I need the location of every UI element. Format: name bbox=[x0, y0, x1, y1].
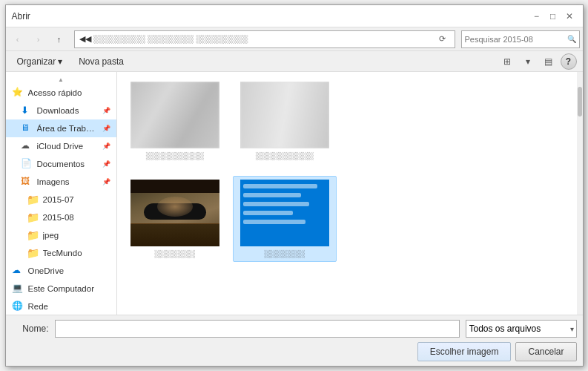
sidebar-item-documents[interactable]: 📄 Documentos 📌 bbox=[6, 155, 116, 173]
address-toolbar: ‹ › ↑ ◀◀ ░░░░░░░░░ ░░░░░░░░ ░░░░░░░░░ ⟳ … bbox=[6, 27, 583, 51]
cloud-icon: ☁ bbox=[21, 140, 33, 152]
scrollbar-vertical[interactable] bbox=[577, 72, 583, 315]
sidebar-item-desktop[interactable]: 🖥 Área de Traba... 📌 bbox=[6, 119, 116, 137]
sidebar-item-label: jpeg bbox=[43, 231, 110, 240]
sidebar-item-quick-access[interactable]: ⭐ Acesso rápido bbox=[6, 84, 116, 102]
folder-icon: 📁 bbox=[27, 211, 39, 223]
sidebar-scroll-up[interactable]: ▲ bbox=[6, 75, 116, 84]
sidebar-item-label: 2015-07 bbox=[43, 195, 110, 204]
filename-input[interactable] bbox=[55, 320, 460, 338]
file-thumbnail bbox=[240, 180, 329, 246]
photo-image bbox=[131, 180, 219, 246]
list-item[interactable]: ░░░░░░░░░░ bbox=[123, 78, 227, 164]
pane-button[interactable]: ▤ bbox=[540, 53, 558, 70]
sidebar-item-label: Documentos bbox=[37, 160, 98, 168]
search-icon: 🔍 bbox=[567, 35, 576, 43]
file-thumbnail bbox=[131, 180, 219, 246]
scrollbar-thumb[interactable] bbox=[578, 87, 582, 116]
close-button[interactable]: ✕ bbox=[562, 9, 577, 24]
main-content: ▲ ⭐ Acesso rápido ⬇ Downloads 📌 🖥 Área d… bbox=[6, 72, 583, 315]
sidebar-item-label: Área de Traba... bbox=[37, 124, 98, 133]
pin-icon: 📌 bbox=[102, 107, 110, 114]
back-button[interactable]: ‹ bbox=[9, 30, 27, 48]
pin-icon: 📌 bbox=[102, 178, 110, 186]
new-folder-button[interactable]: Nova pasta bbox=[73, 54, 129, 69]
sidebar-item-label: Este Computador bbox=[28, 284, 110, 293]
sidebar-item-label: Imagens bbox=[37, 177, 98, 186]
address-text: ◀◀ ░░░░░░░░░ ░░░░░░░░ ░░░░░░░░░ bbox=[79, 34, 435, 44]
organize-arrow: ▾ bbox=[58, 56, 62, 67]
sidebar-item-network[interactable]: 🌐 Rede bbox=[6, 298, 116, 315]
folder-icon: 📁 bbox=[27, 229, 39, 241]
sidebar-item-label: Rede bbox=[28, 302, 110, 311]
folder-icon: 📁 bbox=[27, 194, 39, 206]
organize-button[interactable]: Organizar ▾ bbox=[12, 54, 68, 69]
file-label: ░░░░░░░░░░ bbox=[127, 151, 223, 160]
filetype-select-wrapper[interactable]: Todos os arquivos Imagens (*.jpg;*.png) … bbox=[466, 320, 577, 338]
sidebar-item-computer[interactable]: 💻 Este Computador bbox=[6, 280, 116, 298]
action-bar: Organizar ▾ Nova pasta ⊞ ▾ ▤ ? bbox=[6, 51, 583, 72]
file-area[interactable]: ░░░░░░░░░░ ░░░░░░░░░░ bbox=[117, 72, 577, 315]
forward-button[interactable]: › bbox=[30, 30, 47, 48]
open-dialog: Abrir − □ ✕ ‹ › ↑ ◀◀ ░░░░░░░░░ ░░░░░░░░ … bbox=[5, 4, 584, 367]
file-label: ░░░░░░░░░░ bbox=[237, 151, 333, 160]
title-bar: Abrir − □ ✕ bbox=[6, 5, 583, 27]
minimize-button[interactable]: − bbox=[529, 9, 544, 24]
pin-icon: 📌 bbox=[102, 125, 110, 132]
sidebar-item-label: Acesso rápido bbox=[28, 88, 110, 97]
sidebar-item-onedrive[interactable]: ☁ OneDrive bbox=[6, 262, 116, 280]
refresh-button[interactable]: ⟳ bbox=[435, 32, 450, 47]
view-dropdown-button[interactable]: ▾ bbox=[519, 53, 537, 70]
file-thumbnail bbox=[240, 82, 329, 148]
cancel-button[interactable]: Cancelar bbox=[515, 342, 576, 361]
action-right: ⊞ ▾ ▤ ? bbox=[498, 53, 577, 70]
star-icon: ⭐ bbox=[12, 87, 24, 99]
sidebar: ▲ ⭐ Acesso rápido ⬇ Downloads 📌 🖥 Área d… bbox=[6, 72, 117, 315]
folder-icon: 📁 bbox=[27, 247, 39, 259]
file-thumbnail bbox=[131, 82, 219, 148]
document-icon: 📄 bbox=[21, 158, 33, 170]
list-item[interactable]: ░░░░░░░░░░ bbox=[233, 78, 337, 164]
sidebar-item-icloud[interactable]: ☁ iCloud Drive 📌 bbox=[6, 137, 116, 155]
list-item[interactable]: ░░░░░░░ bbox=[233, 176, 337, 262]
file-label: ░░░░░░░ bbox=[127, 249, 223, 258]
sidebar-item-2015-08[interactable]: 📁 2015-08 bbox=[6, 209, 116, 226]
list-item[interactable]: ░░░░░░░ bbox=[123, 176, 227, 262]
search-bar[interactable]: 🔍 bbox=[461, 30, 580, 48]
sidebar-item-label: iCloud Drive bbox=[37, 142, 98, 151]
sidebar-item-2015-07[interactable]: 📁 2015-07 bbox=[6, 191, 116, 209]
filename-row: Nome: Todos os arquivos Imagens (*.jpg;*… bbox=[12, 320, 577, 338]
sidebar-item-label: OneDrive bbox=[28, 266, 110, 275]
maximize-button[interactable]: □ bbox=[546, 9, 561, 24]
images-icon: 🖼 bbox=[21, 176, 33, 188]
sidebar-item-label: 2015-08 bbox=[43, 213, 110, 222]
selected-thumb bbox=[240, 180, 329, 246]
sidebar-item-images[interactable]: 🖼 Imagens 📌 bbox=[6, 173, 116, 191]
download-icon: ⬇ bbox=[21, 105, 33, 116]
file-label: ░░░░░░░ bbox=[237, 249, 333, 258]
dialog-title: Abrir bbox=[12, 11, 30, 22]
filename-label: Nome: bbox=[12, 324, 49, 334]
computer-icon: 💻 bbox=[12, 283, 24, 295]
pin-icon: 📌 bbox=[102, 160, 110, 168]
window-controls: − □ ✕ bbox=[529, 9, 577, 24]
help-button[interactable]: ? bbox=[561, 53, 577, 70]
sidebar-item-label: Downloads bbox=[37, 106, 98, 115]
view-icon-button[interactable]: ⊞ bbox=[498, 53, 516, 70]
organize-label: Organizar bbox=[17, 56, 56, 67]
up-button[interactable]: ↑ bbox=[50, 30, 68, 48]
search-input[interactable] bbox=[465, 35, 567, 44]
sidebar-item-jpeg[interactable]: 📁 jpeg bbox=[6, 226, 116, 244]
sidebar-item-downloads[interactable]: ⬇ Downloads 📌 bbox=[6, 102, 116, 119]
network-icon: 🌐 bbox=[12, 301, 24, 312]
open-button[interactable]: Escolher imagem bbox=[417, 342, 512, 361]
filetype-select[interactable]: Todos os arquivos Imagens (*.jpg;*.png) … bbox=[466, 320, 577, 338]
action-left: Organizar ▾ Nova pasta bbox=[12, 54, 129, 69]
onedrive-icon: ☁ bbox=[12, 265, 24, 277]
buttons-row: Escolher imagem Cancelar bbox=[12, 342, 577, 361]
pin-icon: 📌 bbox=[102, 142, 110, 150]
sidebar-item-tecmundo[interactable]: 📁 TecMundo bbox=[6, 244, 116, 262]
sidebar-item-label: TecMundo bbox=[43, 249, 110, 257]
address-bar[interactable]: ◀◀ ░░░░░░░░░ ░░░░░░░░ ░░░░░░░░░ ⟳ bbox=[74, 30, 455, 48]
new-folder-label: Nova pasta bbox=[79, 56, 124, 67]
